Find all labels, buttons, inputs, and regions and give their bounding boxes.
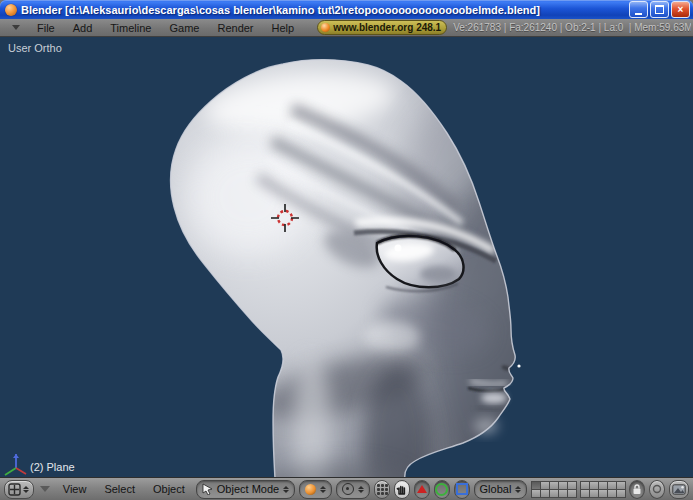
grid-dots-icon	[377, 484, 388, 495]
scale-manipulator-button[interactable]	[454, 480, 470, 499]
restore-button[interactable]	[650, 1, 669, 18]
hand-icon	[396, 483, 407, 495]
window-title: Blender [d:\Aleksaurio\descargas\cosas b…	[21, 4, 625, 16]
mode-dropdown-label: Object Mode	[217, 483, 279, 495]
image-icon	[672, 484, 686, 495]
draw-type-arrows-icon	[320, 486, 326, 493]
orientation-arrows-icon	[515, 486, 521, 493]
mode-dropdown-arrows-icon	[283, 486, 289, 493]
scene-stats: Ve:261783 | Fa:261240 | Ob:2-1 | La:0 | …	[453, 22, 691, 33]
editor-type-arrows-icon	[23, 486, 29, 493]
menu-help[interactable]: Help	[272, 22, 295, 34]
draw-type-dropdown[interactable]	[299, 480, 332, 499]
lock-icon	[632, 484, 642, 495]
layer-toggle[interactable]	[567, 489, 577, 498]
viewport-header: View Select Object Object Mode	[0, 477, 693, 500]
scale-square-icon	[456, 483, 468, 495]
active-object-label: (2) Plane	[30, 461, 75, 473]
menu-timeline[interactable]: Timeline	[110, 22, 151, 34]
restore-icon	[655, 5, 664, 14]
translate-triangle-icon	[417, 485, 427, 493]
menu-file[interactable]: File	[37, 22, 55, 34]
view-name-label: User Ortho	[8, 42, 62, 54]
object-mode-pointer-icon	[202, 483, 213, 495]
proportional-edit-button[interactable]	[649, 480, 665, 499]
translate-manipulator-button[interactable]	[414, 480, 430, 499]
layer-buttons	[531, 481, 625, 497]
3d-viewport[interactable]: User Ortho (2) Plane	[0, 37, 693, 477]
minimize-icon	[635, 13, 642, 15]
orientation-dropdown-label: Global	[480, 483, 512, 495]
pivot-point-icon	[342, 483, 354, 495]
titlebar: Blender [d:\Aleksaurio\descargas\cosas b…	[0, 0, 693, 19]
menu-object[interactable]: Object	[153, 483, 185, 495]
header-menu-collapse-icon[interactable]	[40, 486, 50, 492]
layer-toggle[interactable]	[616, 489, 626, 498]
blender-version-badge[interactable]: www.blender.org 248.1	[317, 20, 447, 35]
close-button[interactable]: ×	[671, 1, 690, 18]
circle-icon	[652, 484, 662, 494]
render-preview-button[interactable]	[669, 480, 689, 499]
menu-select[interactable]: Select	[104, 483, 135, 495]
header-collapse-icon[interactable]	[12, 25, 20, 30]
blender-app-icon	[5, 4, 17, 16]
lock-layers-button[interactable]	[629, 480, 645, 499]
manipulator-hand-button[interactable]	[394, 480, 410, 499]
blender-window: Blender [d:\Aleksaurio\descargas\cosas b…	[0, 0, 693, 500]
layer-block-2	[580, 481, 625, 497]
minimize-button[interactable]	[629, 1, 648, 18]
version-text: www.blender.org 248.1	[333, 22, 441, 33]
viewport-canvas[interactable]	[0, 37, 693, 477]
menu-game[interactable]: Game	[169, 22, 199, 34]
layer-block-1	[531, 481, 576, 497]
pivot-arrows-icon	[358, 486, 364, 493]
mode-dropdown[interactable]: Object Mode	[196, 480, 295, 499]
menu-view[interactable]: View	[63, 483, 87, 495]
editor-type-dropdown[interactable]	[4, 480, 34, 499]
window-controls: ×	[629, 1, 690, 18]
vertex-dot	[517, 364, 520, 367]
viewport-editor-icon	[8, 483, 21, 496]
solid-drawtype-sphere-icon	[305, 484, 316, 495]
top-header: File Add Timeline Game Render Help www.b…	[0, 19, 693, 37]
pivot-dropdown[interactable]	[336, 480, 370, 499]
menu-add[interactable]: Add	[73, 22, 93, 34]
blender-ball-icon	[321, 23, 330, 32]
rotate-circle-icon	[435, 483, 448, 496]
snap-grid-button[interactable]	[374, 480, 390, 499]
rotate-manipulator-button[interactable]	[434, 480, 450, 499]
menu-render[interactable]: Render	[217, 22, 253, 34]
transform-orientation-dropdown[interactable]: Global	[474, 480, 528, 499]
